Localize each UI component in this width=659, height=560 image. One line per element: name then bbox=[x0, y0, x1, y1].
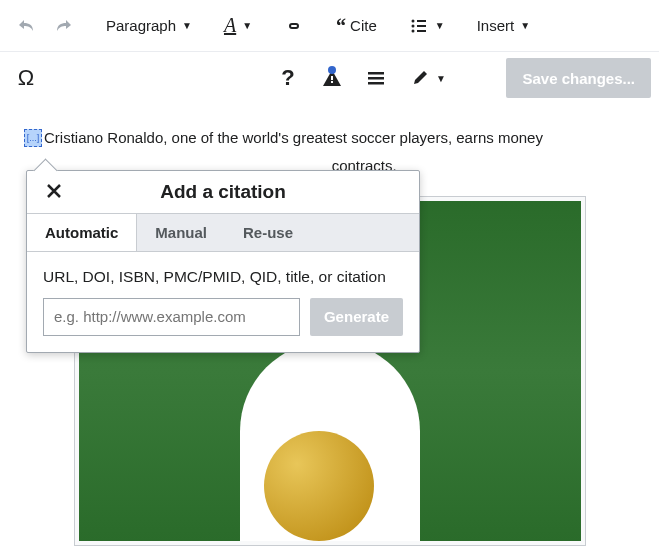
reference-marker[interactable]: [...] bbox=[24, 129, 42, 147]
svg-rect-3 bbox=[417, 25, 426, 27]
chevron-down-icon: ▼ bbox=[520, 20, 530, 31]
edit-mode-dropdown[interactable]: ▼ bbox=[402, 60, 454, 96]
svg-point-4 bbox=[411, 29, 414, 32]
insert-dropdown[interactable]: Insert ▼ bbox=[469, 8, 538, 44]
menu-icon bbox=[366, 68, 386, 88]
svg-rect-6 bbox=[368, 72, 384, 75]
chevron-down-icon: ▼ bbox=[436, 73, 446, 84]
redo-button[interactable] bbox=[46, 8, 82, 44]
image-trophy bbox=[264, 431, 374, 541]
tab-reuse[interactable]: Re-use bbox=[225, 214, 311, 251]
help-icon: ? bbox=[281, 65, 294, 91]
chevron-down-icon: ▼ bbox=[242, 20, 252, 31]
citation-input[interactable] bbox=[43, 298, 300, 336]
undo-button[interactable] bbox=[8, 8, 44, 44]
chevron-down-icon: ▼ bbox=[182, 20, 192, 31]
help-button[interactable]: ? bbox=[270, 60, 306, 96]
svg-rect-5 bbox=[417, 30, 426, 32]
link-icon bbox=[284, 16, 304, 36]
secondary-toolbar: Ω ? ▼ Save changes... bbox=[0, 52, 659, 104]
text-style-dropdown[interactable]: A ▼ bbox=[216, 8, 260, 44]
svg-rect-8 bbox=[368, 82, 384, 85]
popup-body: URL, DOI, ISBN, PMC/PMID, QID, title, or… bbox=[27, 252, 419, 352]
popup-header: Add a citation bbox=[27, 171, 419, 213]
insert-label: Insert bbox=[477, 17, 515, 34]
citation-field-label: URL, DOI, ISBN, PMC/PMID, QID, title, or… bbox=[43, 266, 403, 288]
notices-button[interactable] bbox=[314, 60, 350, 96]
paragraph-dropdown[interactable]: Paragraph ▼ bbox=[98, 8, 200, 44]
svg-point-0 bbox=[411, 19, 414, 22]
save-changes-button[interactable]: Save changes... bbox=[506, 58, 651, 98]
cite-button[interactable]: “ Cite bbox=[328, 8, 385, 44]
svg-rect-7 bbox=[368, 77, 384, 80]
cite-label: Cite bbox=[350, 17, 377, 34]
save-label: Save changes... bbox=[522, 70, 635, 87]
citation-tabs: Automatic Manual Re-use bbox=[27, 213, 419, 252]
pencil-icon bbox=[410, 68, 430, 88]
citation-popup: Add a citation Automatic Manual Re-use U… bbox=[26, 170, 420, 353]
format-toolbar: Paragraph ▼ A ▼ “ Cite ▼ Insert ▼ bbox=[0, 0, 659, 52]
tab-automatic[interactable]: Automatic bbox=[27, 214, 137, 251]
close-button[interactable] bbox=[41, 178, 67, 207]
svg-rect-1 bbox=[417, 20, 426, 22]
redo-icon bbox=[54, 16, 74, 36]
chevron-down-icon: ▼ bbox=[435, 20, 445, 31]
svg-point-2 bbox=[411, 24, 414, 27]
close-icon bbox=[45, 182, 63, 200]
special-char-button[interactable]: Ω bbox=[8, 60, 44, 96]
popup-title: Add a citation bbox=[41, 181, 405, 203]
generate-button[interactable]: Generate bbox=[310, 298, 403, 336]
paragraph-label: Paragraph bbox=[106, 17, 176, 34]
text-style-icon: A bbox=[224, 14, 236, 37]
list-dropdown[interactable]: ▼ bbox=[401, 8, 453, 44]
quote-icon: “ bbox=[336, 16, 346, 36]
omega-icon: Ω bbox=[18, 65, 34, 91]
citation-input-row: Generate bbox=[43, 298, 403, 336]
page-options-button[interactable] bbox=[358, 60, 394, 96]
article-line1: Cristiano Ronaldo, one of the world's gr… bbox=[44, 129, 543, 146]
undo-icon bbox=[16, 16, 36, 36]
tab-manual[interactable]: Manual bbox=[137, 214, 225, 251]
notification-dot bbox=[328, 66, 336, 74]
bullet-list-icon bbox=[409, 16, 429, 36]
link-button[interactable] bbox=[276, 8, 312, 44]
